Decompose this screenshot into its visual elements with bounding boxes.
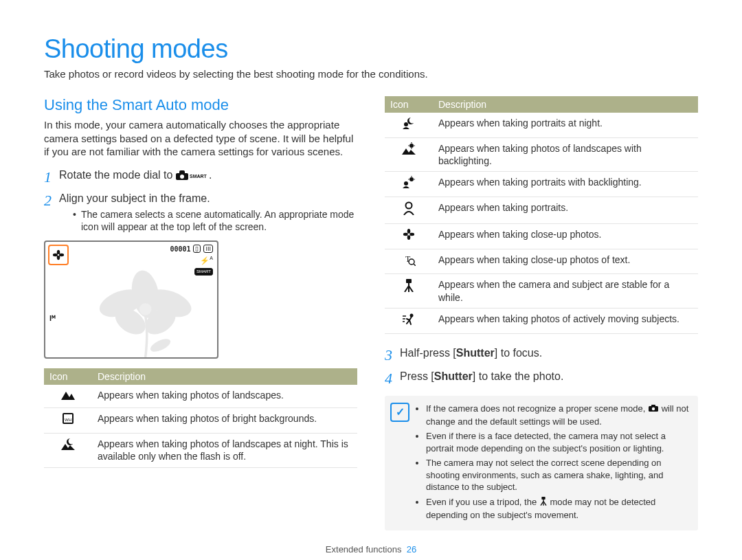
step-4-bold: Shutter [434,370,473,382]
svg-line-39 [414,264,416,266]
backlight-landscape-icon [385,137,433,171]
table-row: WH Appears when taking photos of bright … [44,408,357,434]
table-row: T Appears when taking close-up photos of… [385,249,698,274]
step-1: 1 Rotate the mode dial to SMART . [44,168,357,185]
portrait-icon [385,197,433,223]
svg-point-4 [59,253,64,256]
svg-point-35 [407,235,411,240]
svg-point-34 [409,233,414,236]
row-desc: Appears when taking close-up photos. [433,223,698,249]
svg-point-3 [53,253,58,256]
svg-point-33 [403,233,408,236]
svg-point-26 [409,177,414,181]
table-row: Appears when taking portraits. [385,197,698,223]
night-landscape-icon [44,434,92,467]
step-3-prefix: Half-press [ [400,347,456,359]
icon-table-left: Icon Description Appears when taking pho… [44,368,357,468]
night-portrait-icon [385,113,433,137]
row-desc: Appears when taking portraits with backl… [433,172,698,197]
table-row: Appears when taking photos of actively m… [385,308,698,333]
step-4-suffix: ] to take the photo. [473,370,564,382]
table-row: Appears when taking photos of landscapes… [44,385,357,408]
table-row: Appears when taking photos of landscapes… [44,434,357,467]
row-desc: Appears when taking portraits at night. [433,113,698,137]
smart-mode-icon: SMART [176,169,209,181]
step-2-bullet: The camera selects a scene automatically… [73,208,357,233]
step-4-prefix: Press [ [400,370,434,382]
lcd-metering-icon: Iᴹ [49,314,56,323]
th-icon: Icon [385,96,433,113]
svg-point-6 [58,254,60,256]
row-desc: Appears when taking photos of landscapes… [92,385,357,408]
svg-marker-18 [61,444,75,450]
svg-rect-50 [651,405,655,407]
svg-point-13 [148,336,172,354]
step-1-text-after: . [209,169,212,181]
table-row: Appears when taking photos of landscapes… [385,137,698,171]
icon-table-right: Icon Description Appears when taking por… [385,96,698,334]
landscape-icon [44,385,92,408]
page-intro: Take photos or record videos by selectin… [44,68,698,80]
th-icon: Icon [44,368,92,385]
tripod-icon [385,274,433,308]
svg-point-30 [404,181,408,186]
svg-rect-40 [406,279,412,283]
th-desc: Description [433,96,698,113]
step-1-text-before: Rotate the mode dial to [59,169,176,181]
step-3: 3 Half-press [Shutter] to focus. [385,346,698,363]
tripod-icon [539,496,548,509]
svg-point-19 [404,122,408,126]
backlight-portrait-icon [385,172,433,197]
macro-flower-icon [385,223,433,249]
row-desc: Appears when taking portraits. [433,197,698,223]
step-4: 4 Press [Shutter] to take the photo. [385,370,698,386]
svg-point-11 [140,302,180,339]
lcd-battery-icon: III [203,245,213,254]
svg-text:SMART: SMART [190,174,207,179]
table-row: Appears when taking portraits at night. [385,113,698,137]
step-2-text: Align your subject in the frame. [59,192,210,204]
svg-point-9 [144,284,194,322]
note-item: Even if you use a tripod, the mode may n… [426,496,690,522]
page-title: Shooting modes [44,34,698,64]
section-body: In this mode, your camera automatically … [44,118,357,159]
macro-icon [48,245,69,265]
svg-point-12 [139,303,152,315]
row-desc: Appears when taking photos of landscapes… [92,434,357,467]
svg-point-10 [111,302,150,339]
step-2: 2 Align your subject in the frame. The c… [44,192,357,234]
note-icon: ✓ [390,403,409,422]
text-macro-icon: T [385,249,433,274]
lcd-flash-icon: ⚡A [200,256,213,265]
section-heading: Using the Smart Auto mode [44,96,357,114]
step-number: 2 [44,192,59,208]
lcd-card-icon: ▯ [193,245,201,254]
row-desc: Appears when taking photos of landscapes… [433,137,698,171]
svg-point-51 [652,407,655,410]
note-item: If the camera does not recognize a prope… [426,403,690,428]
lcd-smart-icon: SMART [194,268,213,276]
bright-bg-icon: WH [44,408,92,434]
row-desc: Appears when taking close-up photos of t… [433,249,698,274]
lcd-counter: 00001 [170,245,190,253]
table-row: Appears when taking portraits with backl… [385,172,698,197]
note-item: The camera may not select the correct sc… [426,457,690,493]
footer-label: Extended functions [326,544,402,555]
row-desc: Appears when taking photos of actively m… [433,308,698,333]
smart-mode-icon [648,403,659,416]
svg-point-32 [407,229,411,234]
page-number: 26 [407,544,416,555]
svg-point-8 [95,284,146,322]
svg-point-7 [128,268,163,320]
step-3-bold: Shutter [456,347,495,359]
lcd-preview: 00001 ▯ III ⚡A SMART Iᴹ [44,240,218,359]
svg-point-36 [407,233,409,235]
table-row: Appears when taking close-up photos. [385,223,698,249]
row-desc: Appears when taking photos of bright bac… [92,408,357,434]
step-number: 1 [44,168,59,185]
svg-text:WH: WH [65,418,71,422]
action-icon [385,308,433,333]
svg-marker-14 [61,392,75,400]
th-desc: Description [92,368,357,385]
step-number: 4 [385,370,400,386]
